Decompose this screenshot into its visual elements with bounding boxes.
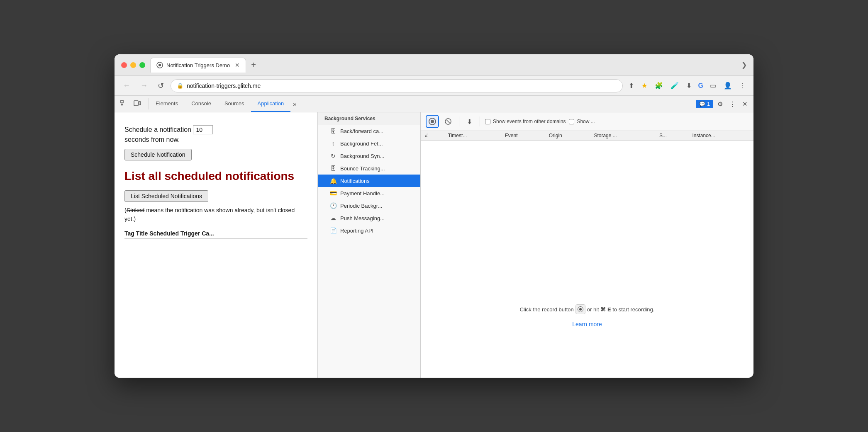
- tab-close-icon[interactable]: ✕: [235, 62, 240, 68]
- table-header-row: # Timest... Event Origin Storage ... S..…: [421, 131, 753, 141]
- sidebar-item-bounce-tracking[interactable]: 🗄 Bounce Tracking...: [318, 162, 420, 175]
- reload-button[interactable]: ↺: [154, 80, 167, 92]
- settings-button[interactable]: ⚙: [715, 99, 725, 109]
- tabs-area: Notification Triggers Demo ✕ +: [150, 58, 736, 73]
- chevron-down-icon[interactable]: ❯: [741, 61, 747, 69]
- close-button[interactable]: [121, 62, 127, 68]
- sidebar-section-title: Background Services: [318, 112, 420, 125]
- col-instance: Instance...: [688, 131, 753, 141]
- active-tab[interactable]: Notification Triggers Demo ✕: [150, 58, 246, 73]
- flask-button[interactable]: 🧪: [668, 80, 681, 91]
- sidebar-item-notifications[interactable]: 🔔 Notifications: [318, 175, 420, 187]
- striked-note: (Striked means the notification was show…: [124, 206, 307, 223]
- list-notifications-button[interactable]: List Scheduled Notifications: [124, 190, 208, 202]
- tab-title: Notification Triggers Demo: [166, 62, 230, 68]
- col-origin: Origin: [545, 131, 590, 141]
- inspect-element-button[interactable]: [118, 98, 129, 109]
- database2-icon: 🗄: [329, 165, 337, 172]
- sidebar-item-label: Reporting API: [340, 228, 373, 234]
- col-event: Event: [501, 131, 545, 141]
- tab-sources[interactable]: Sources: [218, 96, 251, 112]
- window-manager-button[interactable]: ▭: [707, 80, 719, 91]
- device-toolbar-button[interactable]: [131, 98, 144, 109]
- learn-more-link[interactable]: Learn more: [572, 321, 602, 328]
- svg-rect-2: [121, 100, 123, 103]
- back-button[interactable]: ←: [119, 80, 134, 92]
- sidebar-item-label: Payment Handle...: [340, 190, 385, 197]
- clock-icon: 🕐: [329, 202, 337, 209]
- google-button[interactable]: G: [697, 81, 705, 90]
- striked-word: Striked: [127, 207, 145, 214]
- devtools-right-tools: 💬 1 ⚙ ⋮ ✕: [692, 99, 753, 109]
- tab-application[interactable]: Application: [251, 96, 291, 112]
- record-inline-dot: [579, 308, 582, 311]
- sidebar-item-periodic-background[interactable]: 🕐 Periodic Backgr...: [318, 199, 420, 212]
- database-icon: 🗄: [329, 128, 337, 134]
- traffic-lights: [121, 62, 145, 68]
- download-events-button[interactable]: ⬇: [464, 116, 475, 127]
- record-circle-icon: [429, 118, 436, 125]
- col-s: S...: [655, 131, 688, 141]
- sidebar-item-back-forward[interactable]: 🗄 Back/forward ca...: [318, 125, 420, 137]
- devtools-top-bar: Elements Console Sources Application » 💬…: [115, 96, 753, 112]
- document-icon: 📄: [329, 227, 337, 234]
- sidebar-item-label: Bounce Tracking...: [340, 165, 385, 172]
- col-storage: Storage ...: [590, 131, 655, 141]
- show-checkbox[interactable]: [569, 119, 574, 124]
- record-button[interactable]: [426, 115, 439, 128]
- maximize-button[interactable]: [139, 62, 145, 68]
- sidebar-item-reporting-api[interactable]: 📄 Reporting API: [318, 224, 420, 237]
- sidebar-item-background-sync[interactable]: ↻ Background Syn...: [318, 150, 420, 162]
- forward-button[interactable]: →: [137, 80, 151, 92]
- card-icon: 💳: [329, 190, 337, 197]
- schedule-description: Schedule a notification seconds from now…: [124, 125, 307, 145]
- show-checkbox-label[interactable]: Show ...: [569, 119, 595, 124]
- devtools-main-panel: ⬇ Show events from other domains Show ..…: [421, 112, 753, 378]
- nav-actions: ⬆ ★ 🧩 🧪 ⬇ G ▭ 👤 ⋮: [626, 80, 749, 91]
- more-devtools-button[interactable]: ⋮: [727, 99, 738, 109]
- new-tab-button[interactable]: +: [248, 58, 259, 71]
- more-tabs-button[interactable]: »: [290, 96, 299, 112]
- empty-state-record-text: Click the record button or hit ⌘ E to st…: [520, 304, 655, 314]
- schedule-seconds-input[interactable]: [193, 125, 213, 134]
- tab-favicon: [156, 62, 163, 68]
- sidebar-item-label: Background Fet...: [340, 141, 383, 147]
- tab-console[interactable]: Console: [185, 96, 218, 112]
- webpage-content: Schedule a notification seconds from now…: [115, 112, 318, 378]
- sync-icon: ↻: [329, 153, 337, 159]
- record-inline-icon: [578, 306, 583, 312]
- sidebar-item-push-messaging[interactable]: ☁ Push Messaging...: [318, 212, 420, 224]
- share-button[interactable]: ⬆: [626, 80, 636, 91]
- sidebar-item-payment-handler[interactable]: 💳 Payment Handle...: [318, 187, 420, 199]
- sidebar-item-background-fetch[interactable]: ↕ Background Fet...: [318, 137, 420, 150]
- bookmark-button[interactable]: ★: [639, 80, 650, 91]
- show-other-domains-checkbox-label[interactable]: Show events from other domains: [485, 119, 566, 124]
- profile-button[interactable]: 👤: [721, 80, 734, 91]
- devtools-events-table: # Timest... Event Origin Storage ... S..…: [421, 131, 753, 141]
- clear-button[interactable]: [442, 116, 454, 127]
- svg-point-1: [158, 64, 161, 66]
- bell-icon: 🔔: [329, 177, 337, 184]
- minimize-button[interactable]: [130, 62, 136, 68]
- download-button[interactable]: ⬇: [684, 80, 694, 91]
- more-menu-button[interactable]: ⋮: [737, 80, 749, 91]
- extensions-button[interactable]: 🧩: [652, 80, 666, 91]
- show-other-domains-checkbox[interactable]: [485, 119, 490, 124]
- sidebar-item-label: Background Syn...: [340, 153, 384, 159]
- svg-rect-5: [134, 101, 138, 106]
- address-bar[interactable]: 🔒 notification-triggers.glitch.me: [171, 79, 623, 92]
- webpage-table-header: Tag Title Scheduled Trigger Ca...: [124, 230, 307, 239]
- close-devtools-button[interactable]: ✕: [740, 99, 750, 109]
- console-messages-button[interactable]: 💬 1: [696, 100, 713, 108]
- schedule-section: Schedule a notification seconds from now…: [124, 125, 307, 160]
- svg-rect-6: [139, 102, 141, 105]
- schedule-notification-button[interactable]: Schedule Notification: [124, 149, 192, 160]
- record-inline-button: [575, 304, 585, 314]
- tab-elements[interactable]: Elements: [149, 96, 185, 112]
- devtools-sidebar: Background Services 🗄 Back/forward ca...…: [318, 112, 421, 378]
- empty-state: Click the record button or hit ⌘ E to st…: [421, 255, 753, 378]
- main-content: Schedule a notification seconds from now…: [115, 112, 753, 378]
- devtools-toolbar: ⬇ Show events from other domains Show ..…: [421, 112, 753, 131]
- title-bar-right: ❯: [741, 61, 747, 69]
- toolbar-divider: [459, 116, 459, 126]
